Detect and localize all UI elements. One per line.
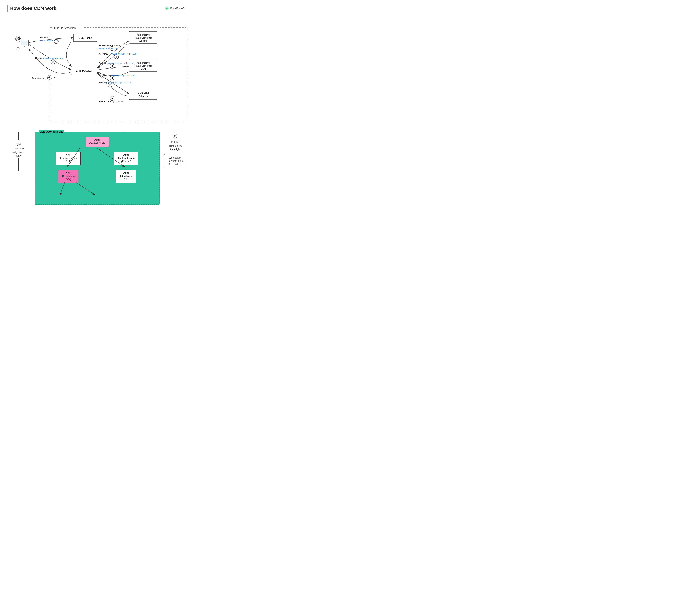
step4-cname-url-myshop: www.myshop. <box>111 52 125 55</box>
regional-us-box: CDNRegional Node(US) <box>56 152 81 165</box>
step7-url-myshop: www.myshop. <box>107 81 122 84</box>
step4-cname-label: CNAME = <box>99 52 110 55</box>
right-area: 11 Pull thecontent fromthe origin Web Se… <box>164 132 186 168</box>
step5-url-com: .com <box>129 62 134 64</box>
edge-nodes-row: CDNEdge Node(NY) CDNEdge Node(LA) <box>39 170 155 183</box>
central-node-box: CDNCentral Node <box>86 137 109 147</box>
step4-cname-url-com: .com <box>132 52 137 55</box>
step5-url-myshop: www.myshop. <box>107 62 122 64</box>
bob-sublabel: (In NY) <box>15 38 21 40</box>
step11-circle: 11 <box>173 134 177 138</box>
auth-ns-cdn-line3: CDN <box>141 67 146 70</box>
vertical-line-bot <box>18 157 19 170</box>
edge-la-box: CDNEdge Node(LA) <box>116 170 136 183</box>
title-text: How does CDN work <box>10 5 56 11</box>
auth-ns-website-line2: Name Server for <box>135 36 152 39</box>
step2-num: 2 <box>52 61 54 63</box>
step5-url-cdn: cdn <box>124 62 128 64</box>
auth-ns-website-line1: Authoritative <box>137 34 150 36</box>
edge-ny-box: CDNEdge Node(NY) <box>58 170 78 183</box>
page-title: How does CDN work <box>7 5 56 12</box>
svg-rect-6 <box>21 41 27 45</box>
web-server-box: Web Server(Content Origin)(In London) <box>164 154 186 168</box>
auth-ns-website-line3: Website <box>139 39 148 42</box>
arrow-2-down <box>66 39 73 66</box>
logo-icon <box>165 6 169 11</box>
svg-line-12 <box>60 182 65 195</box>
step3-url: www.myshop.com <box>99 47 118 50</box>
step6-num: 6 <box>112 77 113 79</box>
svg-line-4 <box>18 46 20 49</box>
bottom-section: 10 Visit CDNedge nodein NY CDN Geo-hiera… <box>7 132 186 205</box>
title-accent-bar <box>7 5 8 12</box>
step5-num: 5 <box>112 65 113 67</box>
svg-line-13 <box>75 182 95 195</box>
cdn-lb-line1: CDN Load <box>138 91 149 94</box>
logo: ByteByteGo <box>165 6 186 11</box>
step7-url-com: .com <box>127 81 132 84</box>
step1-url: www.myshop.com <box>40 39 59 41</box>
step2-url: www.myshop.com <box>44 57 64 59</box>
page-header: How does CDN work ByteByteGo <box>7 5 186 12</box>
bob-figure: Bob (In NY) <box>15 36 28 49</box>
step10-text: Visit CDNedge nodein NY <box>13 147 24 157</box>
step2-resolve-label: Resolve <box>35 57 44 59</box>
svg-line-3 <box>16 46 18 49</box>
cdn-lb-line2: Balancer <box>138 95 148 98</box>
auth-ns-cdn-line1: Authoritative <box>137 62 150 64</box>
step3-rec-label: Recursively resolve <box>99 44 120 47</box>
svg-rect-8 <box>23 46 25 47</box>
bob-label: Bob <box>16 36 20 38</box>
auth-ns-cdn-line2: Name Server for <box>135 64 152 67</box>
step5-resolve-label: Resolve <box>99 62 107 64</box>
cdn-resolution-label: CDN IP Resolution <box>54 27 76 30</box>
step4-cname-url-cdn: cdn <box>127 52 131 55</box>
step1-lookup-label: Lookup <box>40 36 48 39</box>
vertical-line-top <box>18 132 19 140</box>
regional-eu-box: CDNRegional Node(Europe) <box>114 152 138 165</box>
dns-resolver-label: DNS Resolver <box>76 69 92 72</box>
step7-url-lb: lb <box>124 81 126 84</box>
cdn-geo-label: CDN Geo-hierarchy <box>39 130 64 133</box>
cdn-lb-box <box>129 90 157 100</box>
dns-cache-label: DNS Cache <box>78 36 92 39</box>
step4-num: 4 <box>116 56 117 58</box>
step11-text: Pull thecontent fromthe origin <box>169 140 182 151</box>
step11-arrow-row: 11 <box>173 134 177 138</box>
step9-label: Return nearby CDN IP <box>32 77 55 80</box>
regional-nodes-row: CDNRegional Node(US) CDNRegional Node(Eu… <box>39 152 155 165</box>
top-diagram: Bob (In NY) CDN IP Resolution DNS Cache … <box>7 17 191 129</box>
central-node-row: CDNCentral Node <box>39 137 155 147</box>
logo-text: ByteByteGo <box>170 7 186 10</box>
step6-cname-url-myshop: www.myshop. <box>111 74 125 77</box>
step8-label: Return nearby CDN IP <box>99 100 123 103</box>
cdn-geo-box: CDN Geo-hierarchy CDNCentral Node CDNReg… <box>35 132 160 205</box>
step6-cname-url-com: .com <box>130 74 135 77</box>
step6-cname-url-lb: lb <box>127 74 129 77</box>
step8-num: 8 <box>112 97 113 100</box>
step10-circle: 10 <box>17 142 21 146</box>
step10-area: 10 Visit CDNedge nodein NY <box>7 132 31 170</box>
